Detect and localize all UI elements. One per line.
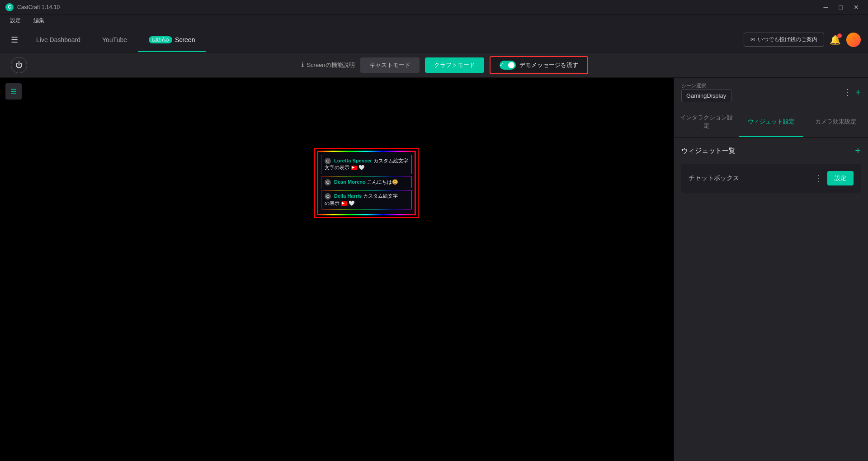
info-label: Screenの機能説明 [307,61,354,69]
msg-text-1b: 文字の表示 [325,165,351,170]
maximize-button[interactable]: □ [835,3,846,12]
msg-name-1: Loretta Spencer [334,158,372,163]
preview-area: ☰ C Loretta Spencer カスタム絵文字 文字の表示 🤍 [0,78,674,461]
widget-item-actions: ⋮ 設定 [815,171,854,185]
craft-mode-button[interactable]: クラフトモード [425,57,484,73]
app-title: CastCraft 1.14.10 [17,4,60,10]
widget-settings-button[interactable]: 設定 [827,171,854,185]
scene-label: シーン選択 [681,82,840,89]
power-icon: ⏻ [15,61,23,69]
scene-selector-group: シーン選択 GamingDisplay [681,82,840,102]
chat-message-2: C Dean Moreno こんにちは😃 [321,176,412,188]
titlebar: C CastCraft 1.14.10 ─ □ ✕ [0,0,868,14]
demo-message-button[interactable]: ✓ デモメッセージを流す [490,56,588,74]
titlebar-left: C CastCraft 1.14.10 [5,3,60,11]
chat-widget-outer[interactable]: C Loretta Spencer カスタム絵文字 文字の表示 🤍 C Dean… [314,148,419,218]
preview-canvas [0,78,674,461]
scene-add-button[interactable]: + [855,87,861,98]
widget-add-button[interactable]: + [855,145,861,157]
scene-more-button[interactable]: ⋮ [844,87,852,97]
tab-youtube[interactable]: YouTube [91,27,138,52]
tab-interaction[interactable]: インタラクション設定 [674,107,739,137]
tab-screen[interactable]: 起動済み Screen [138,27,206,52]
tab-live-dashboard[interactable]: Live Dashboard [25,27,91,52]
scene-select[interactable]: GamingDisplay [681,89,731,102]
tab-widget-settings[interactable]: ウィジェット設定 [739,107,803,137]
heart-icon-3: 🤍 [349,200,355,206]
info-icon: ℹ [302,62,304,68]
menu-settings[interactable]: 設定 [7,16,24,25]
menu-edit[interactable]: 編集 [31,16,47,25]
widget-name-chatbox: チャットボックス [689,174,739,182]
notification-button[interactable]: 🔔 [830,34,841,45]
power-button[interactable]: ⏻ [11,57,27,73]
msg-text-3: カスタム絵文字 [363,193,398,199]
app-logo: C [5,3,14,11]
titlebar-controls: ─ □ ✕ [820,3,863,12]
chat-widget-rainbow: C Loretta Spencer カスタム絵文字 文字の表示 🤍 C Dean… [317,151,416,215]
panel-tabs: インタラクション設定 ウィジェット設定 カメラ効果設定 [674,107,868,138]
tab-camera[interactable]: カメラ効果設定 [803,107,868,137]
nav-right: ✉ いつでも投げ銭のご案内 🔔 [744,33,861,47]
right-panel: シーン選択 GamingDisplay ⋮ + インタラクション設定 ウィジェッ… [674,78,868,461]
preview-toolbar: ☰ [5,83,22,100]
heart-icon-1: 🤍 [359,165,365,170]
widget-list-header: ウィジェット一覧 + [681,145,861,157]
chat-message-3: C Della Harris カスタム絵文字 の表示 🤍 [321,190,412,209]
user-badge-2: C [325,179,331,185]
msg-text-2: こんにちは😃 [367,179,398,185]
menubar: 設定 編集 [0,14,868,27]
youtube-icon-1 [351,166,357,170]
msg-name-2: Dean Moreno [334,179,366,185]
superchat-button[interactable]: ✉ いつでも投げ銭のご案内 [744,33,824,47]
info-button[interactable]: ℹ Screenの機能説明 [302,61,354,69]
toolbar: ⏻ ℹ Screenの機能説明 キャストモード クラフトモード ✓ デモメッセー… [0,52,868,78]
msg-text-1: カスタム絵文字 [373,158,408,163]
notification-badge [837,33,842,38]
widget-list-title: ウィジェット一覧 [681,147,736,155]
main-layout: ☰ C Loretta Spencer カスタム絵文字 文字の表示 🤍 [0,78,868,461]
msg-name-3: Della Harris [334,193,362,199]
scene-selector: シーン選択 GamingDisplay ⋮ + [674,78,868,107]
hamburger-button[interactable]: ☰ [7,31,22,48]
user-avatar[interactable] [846,33,861,47]
widget-item-chatbox: チャットボックス ⋮ 設定 [681,164,861,193]
panel-content: ウィジェット一覧 + チャットボックス ⋮ 設定 [674,138,868,461]
nav-tabs: Live Dashboard YouTube 起動済み Screen [25,27,206,52]
superchat-label: いつでも投げ銭のご案内 [758,36,817,43]
cast-mode-button[interactable]: キャストモード [360,57,420,73]
chat-widget-bg: C Loretta Spencer カスタム絵文字 文字の表示 🤍 C Dean… [318,152,415,214]
tab-badge: 起動済み [149,36,172,43]
msg-text-3b: の表示 [325,200,341,206]
preview-menu-button[interactable]: ☰ [5,83,22,100]
youtube-icon-3 [341,201,347,206]
widget-more-button[interactable]: ⋮ [815,173,823,183]
toolbar-center: ℹ Screenの機能説明 キャストモード クラフトモード ✓ デモメッセージを… [33,56,857,74]
demo-toggle: ✓ [500,61,516,70]
minimize-button[interactable]: ─ [820,3,832,12]
navbar: ☰ Live Dashboard YouTube 起動済み Screen ✉ い… [0,27,868,52]
demo-label: デモメッセージを流す [519,61,578,69]
chat-message-1: C Loretta Spencer カスタム絵文字 文字の表示 🤍 [321,155,412,174]
user-badge-3: C [325,193,331,200]
mail-icon: ✉ [750,37,755,43]
user-badge-1: C [325,158,331,164]
demo-check-icon: ✓ [500,62,504,68]
close-button[interactable]: ✕ [850,3,863,12]
